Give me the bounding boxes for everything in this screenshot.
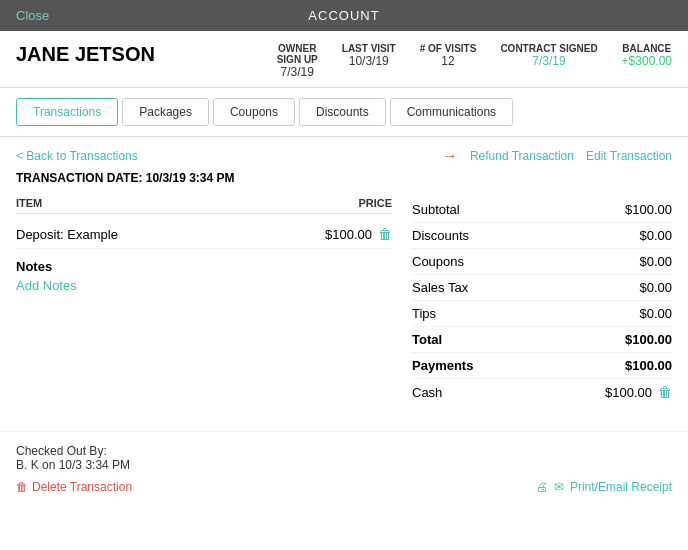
content-area: < Back to Transactions → Refund Transact…: [0, 137, 688, 415]
delete-transaction-button[interactable]: 🗑 Delete Transaction: [16, 480, 132, 494]
notes-label: Notes: [16, 259, 392, 274]
header-stats: OWNERSIGN UP 7/3/19 LAST VISIT 10/3/19 #…: [277, 43, 672, 79]
tab-communications[interactable]: Communications: [390, 98, 513, 126]
stat-contract-signed: CONTRACT SIGNED 7/3/19: [500, 43, 597, 79]
printer-icon: 🖨: [536, 480, 548, 494]
add-notes-button[interactable]: Add Notes: [16, 278, 392, 293]
refund-transaction-button[interactable]: Refund Transaction: [470, 149, 574, 163]
arrow-right-icon: →: [442, 147, 458, 165]
top-bar-title: ACCOUNT: [308, 8, 379, 23]
payment-amount: $100.00: [605, 385, 652, 400]
tab-transactions[interactable]: Transactions: [16, 98, 118, 126]
action-row: < Back to Transactions → Refund Transact…: [16, 147, 672, 165]
checked-out-by: B. K on 10/3 3:34 PM: [16, 458, 132, 472]
item-price: $100.00 🗑: [325, 226, 392, 242]
tab-discounts[interactable]: Discounts: [299, 98, 386, 126]
close-button[interactable]: Close: [16, 8, 49, 23]
stat-owner-signup: OWNERSIGN UP 7/3/19: [277, 43, 318, 79]
checked-out-label: Checked Out By:: [16, 444, 132, 458]
edit-transaction-button[interactable]: Edit Transaction: [586, 149, 672, 163]
right-column: Subtotal $100.00 Discounts $0.00 Coupons…: [412, 197, 672, 405]
left-column: ITEM PRICE Deposit: Example $100.00 🗑 No…: [16, 197, 412, 405]
email-icon: ✉: [554, 480, 564, 494]
back-to-transactions-link[interactable]: < Back to Transactions: [16, 149, 138, 163]
print-email-button[interactable]: 🖨 ✉ Print/Email Receipt: [536, 480, 672, 494]
stat-visits: # OF VISITS 12: [420, 43, 477, 79]
tab-bar: Transactions Packages Coupons Discounts …: [0, 88, 688, 137]
item-name: Deposit: Example: [16, 227, 118, 242]
stat-last-visit: LAST VISIT 10/3/19: [342, 43, 396, 79]
footer: Checked Out By: B. K on 10/3 3:34 PM 🗑 D…: [0, 431, 688, 506]
delete-item-icon[interactable]: 🗑: [378, 226, 392, 242]
account-header: JANE JETSON OWNERSIGN UP 7/3/19 LAST VIS…: [0, 31, 688, 88]
action-links: → Refund Transaction Edit Transaction: [442, 147, 672, 165]
account-name: JANE JETSON: [16, 43, 277, 66]
summary-coupons: Coupons $0.00: [412, 249, 672, 275]
payment-detail-row: Cash $100.00 🗑: [412, 379, 672, 405]
trash-icon: 🗑: [16, 480, 28, 494]
payment-method: Cash: [412, 385, 442, 400]
summary-discounts: Discounts $0.00: [412, 223, 672, 249]
summary-tips: Tips $0.00: [412, 301, 672, 327]
summary-total: Total $100.00: [412, 327, 672, 353]
item-column-header: ITEM PRICE: [16, 197, 392, 214]
summary-sales-tax: Sales Tax $0.00: [412, 275, 672, 301]
tab-packages[interactable]: Packages: [122, 98, 209, 126]
main-grid: ITEM PRICE Deposit: Example $100.00 🗑 No…: [16, 197, 672, 405]
notes-section: Notes Add Notes: [16, 259, 392, 293]
table-row: Deposit: Example $100.00 🗑: [16, 220, 392, 249]
tab-coupons[interactable]: Coupons: [213, 98, 295, 126]
summary-subtotal: Subtotal $100.00: [412, 197, 672, 223]
summary-payments: Payments $100.00: [412, 353, 672, 379]
top-bar: Close ACCOUNT: [0, 0, 688, 31]
stat-balance: BALANCE +$300.00: [622, 43, 672, 79]
transaction-date: TRANSACTION DATE: 10/3/19 3:34 PM: [16, 171, 672, 185]
delete-payment-icon[interactable]: 🗑: [658, 384, 672, 400]
